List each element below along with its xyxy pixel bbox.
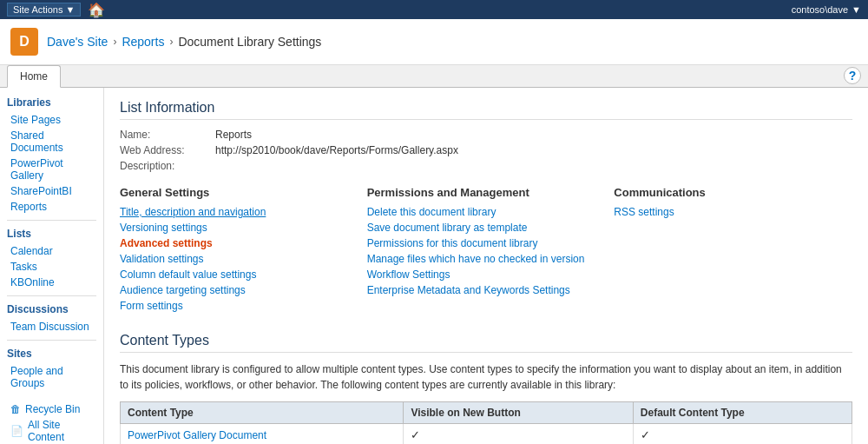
general-settings-col: General Settings Title, description and … (120, 186, 358, 315)
help-icon[interactable]: ? (844, 67, 861, 84)
sidebar-item-calendar[interactable]: Calendar (7, 243, 96, 259)
tab-home[interactable]: Home (7, 65, 61, 88)
ct-col-visible-header: Visible on New Button (404, 402, 633, 424)
top-bar-right: contoso\dave ▼ (792, 4, 861, 15)
top-bar: Site Actions ▼ 🏠 contoso\dave ▼ (0, 0, 868, 19)
breadcrumb: Dave's Site › Reports › Document Library… (47, 35, 321, 49)
description-label: Description: (120, 160, 215, 172)
communications-col: Communications RSS settings (614, 186, 852, 315)
settings-link-workflow[interactable]: Workflow Settings (367, 268, 606, 281)
sidebar-divider-2 (7, 295, 96, 296)
general-settings-title: General Settings (120, 186, 358, 199)
settings-link-versioning[interactable]: Versioning settings (120, 222, 358, 234)
settings-link-rss[interactable]: RSS settings (614, 206, 852, 218)
sidebar-discussions-section: Team Discussion (7, 319, 96, 335)
sidebar-item-powerpivot-gallery[interactable]: PowerPivot Gallery (7, 156, 96, 183)
all-site-content-icon: 📄 (10, 425, 23, 437)
site-actions-label: Site Actions (13, 4, 62, 15)
ct-name-link[interactable]: PowerPivot Gallery Document (128, 429, 266, 441)
sidebar-lists-section: Calendar Tasks KBOnline (7, 243, 96, 290)
breadcrumb-sep-1: › (113, 36, 116, 48)
permissions-title: Permissions and Management (367, 186, 606, 199)
sidebar-item-reports[interactable]: Reports (7, 199, 96, 215)
site-header: D Dave's Site › Reports › Document Libra… (0, 19, 868, 65)
settings-link-save-template[interactable]: Save document library as template (367, 222, 606, 234)
permissions-col: Permissions and Management Delete this d… (367, 186, 606, 315)
content-types-title: Content Types (120, 333, 852, 353)
sidebar-item-tasks[interactable]: Tasks (7, 259, 96, 275)
sidebar-footer: 🗑 Recycle Bin 📄 All Site Content (7, 394, 96, 444)
settings-link-manage-files[interactable]: Manage files which have no checked in ve… (367, 253, 606, 265)
settings-link-title-nav[interactable]: Title, description and navigation (120, 206, 358, 218)
site-icon: D (10, 28, 38, 56)
ct-row-default: ✓ (633, 424, 852, 445)
content-types-section: Content Types This document library is c… (120, 333, 852, 444)
content-area: List Information Name: Reports Web Addre… (104, 88, 868, 444)
web-address-value: http://sp2010/book/dave/Reports/Forms/Ga… (215, 144, 458, 156)
ct-row-name: PowerPivot Gallery Document (121, 424, 404, 445)
site-name-link[interactable]: Dave's Site (47, 35, 108, 49)
sidebar-sites-section: People and Groups (7, 363, 96, 391)
ct-default-check: ✓ (641, 428, 650, 441)
name-label: Name: (120, 129, 215, 141)
settings-columns: General Settings Title, description and … (120, 186, 852, 315)
table-row: PowerPivot Gallery Document ✓ ✓ (121, 424, 852, 445)
web-address-label: Web Address: (120, 144, 215, 156)
main-layout: Libraries Site Pages Shared Documents Po… (0, 88, 868, 444)
sidebar-item-sharepointbi[interactable]: SharePointBI (7, 183, 96, 199)
all-site-content-label: All Site Content (28, 419, 93, 443)
breadcrumb-current: Document Library Settings (178, 35, 321, 49)
sidebar-item-people-groups[interactable]: People and Groups (7, 363, 96, 391)
settings-link-column-default[interactable]: Column default value settings (120, 268, 358, 281)
ct-col-default-header: Default Content Type (633, 402, 852, 424)
settings-link-validation[interactable]: Validation settings (120, 253, 358, 265)
sidebar-item-team-discussion[interactable]: Team Discussion (7, 319, 96, 335)
settings-link-form[interactable]: Form settings (120, 300, 358, 312)
top-bar-left: Site Actions ▼ 🏠 (7, 2, 105, 18)
quick-launch-icon: 🏠 (88, 2, 105, 18)
info-row-web-address: Web Address: http://sp2010/book/dave/Rep… (120, 144, 852, 156)
sidebar-lists-title: Lists (7, 228, 96, 240)
settings-link-advanced[interactable]: Advanced settings (120, 237, 358, 249)
site-icon-letter: D (19, 34, 30, 50)
list-info-table: Name: Reports Web Address: http://sp2010… (120, 129, 852, 172)
sidebar-recycle-bin[interactable]: 🗑 Recycle Bin (7, 401, 96, 417)
sidebar-all-site-content[interactable]: 📄 All Site Content (7, 417, 96, 444)
sidebar-libraries-title: Libraries (7, 96, 96, 109)
recycle-bin-label: Recycle Bin (25, 403, 80, 415)
sidebar-discussions-title: Discussions (7, 303, 96, 315)
ct-visible-check: ✓ (411, 428, 420, 441)
sidebar: Libraries Site Pages Shared Documents Po… (0, 88, 104, 444)
sidebar-item-site-pages[interactable]: Site Pages (7, 112, 96, 128)
settings-link-enterprise-metadata[interactable]: Enterprise Metadata and Keywords Setting… (367, 284, 606, 296)
recycle-bin-icon: 🗑 (10, 403, 21, 415)
sidebar-item-kbonline[interactable]: KBOnline (7, 275, 96, 290)
sidebar-item-shared-documents[interactable]: Shared Documents (7, 128, 96, 156)
settings-link-delete[interactable]: Delete this document library (367, 206, 606, 218)
content-types-table: Content Type Visible on New Button Defau… (120, 401, 852, 444)
site-actions-button[interactable]: Site Actions ▼ (7, 3, 81, 17)
sidebar-divider-1 (7, 220, 96, 221)
ct-table-header-row: Content Type Visible on New Button Defau… (121, 402, 852, 424)
settings-link-audience-targeting[interactable]: Audience targeting settings (120, 284, 358, 296)
chevron-down-icon: ▼ (65, 4, 75, 15)
user-menu-chevron: ▼ (852, 4, 861, 15)
sidebar-sites-title: Sites (7, 348, 96, 360)
list-info-title: List Information (120, 100, 852, 120)
breadcrumb-reports-link[interactable]: Reports (122, 35, 164, 49)
settings-link-permissions[interactable]: Permissions for this document library (367, 237, 606, 249)
communications-title: Communications (614, 186, 852, 199)
info-row-name: Name: Reports (120, 129, 852, 141)
user-label: contoso\dave (792, 4, 848, 15)
content-types-desc: This document library is configured to a… (120, 361, 852, 393)
name-value: Reports (215, 129, 252, 141)
nav-tabs: Home ? (0, 65, 868, 88)
breadcrumb-sep-2: › (169, 36, 173, 48)
ct-col-name-header: Content Type (121, 402, 404, 424)
sidebar-libraries-section: Site Pages Shared Documents PowerPivot G… (7, 112, 96, 215)
sidebar-divider-3 (7, 340, 96, 341)
info-row-description: Description: (120, 160, 852, 172)
ct-row-visible: ✓ (404, 424, 633, 445)
